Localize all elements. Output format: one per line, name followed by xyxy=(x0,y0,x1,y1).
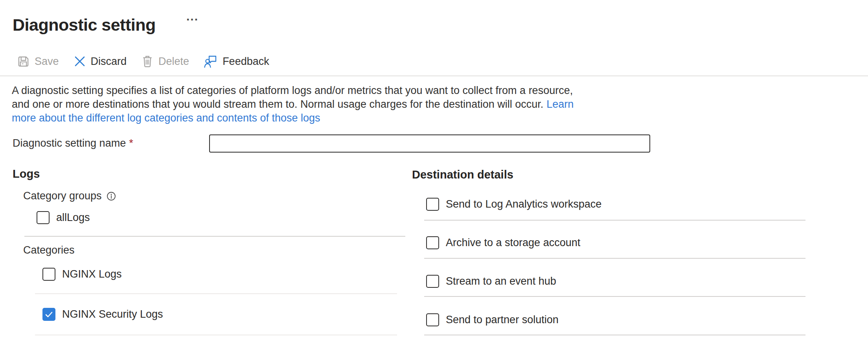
nginx-logs-checkbox[interactable] xyxy=(42,268,55,281)
checkmark-icon xyxy=(44,309,54,319)
command-bar: Save Discard Delete xyxy=(17,53,269,70)
alllogs-label[interactable]: allLogs xyxy=(56,212,90,224)
trash-can-icon xyxy=(142,55,153,68)
nginx-logs-label[interactable]: NGINX Logs xyxy=(62,268,122,280)
list-item: Stream to an event hub xyxy=(426,275,556,288)
destination-details-heading: Destination details xyxy=(412,168,513,181)
alllogs-checkbox[interactable] xyxy=(37,211,50,224)
diagnostic-setting-name-input[interactable] xyxy=(209,134,650,153)
diagnostic-setting-page: Diagnostic setting ... Save Discard xyxy=(0,0,868,357)
save-icon xyxy=(17,55,29,68)
stream-to-event-hub-checkbox[interactable] xyxy=(426,275,439,288)
list-item: Send to partner solution xyxy=(426,313,559,326)
send-to-log-analytics-label[interactable]: Send to Log Analytics workspace xyxy=(446,198,601,210)
feedback-label: Feedback xyxy=(223,55,269,68)
row-divider xyxy=(424,296,805,297)
row-divider xyxy=(424,258,805,259)
send-to-partner-solution-checkbox[interactable] xyxy=(426,313,439,326)
save-button[interactable]: Save xyxy=(17,55,59,68)
list-item: Archive to a storage account xyxy=(426,236,580,249)
toolbar-divider xyxy=(0,75,868,76)
list-item: allLogs xyxy=(37,211,90,224)
description-line-1: A diagnostic setting specifies a list of… xyxy=(12,84,574,98)
required-asterisk: * xyxy=(129,137,133,149)
row-divider xyxy=(424,220,805,221)
discard-label: Discard xyxy=(91,55,127,68)
row-divider xyxy=(35,335,397,335)
delete-label: Delete xyxy=(158,55,189,68)
list-item: NGINX Security Logs xyxy=(42,308,163,321)
categories-label: Categories xyxy=(23,244,75,256)
archive-to-storage-label[interactable]: Archive to a storage account xyxy=(446,237,580,249)
nginx-security-logs-checkbox[interactable] xyxy=(42,308,55,321)
save-label: Save xyxy=(35,55,59,68)
page-title: Diagnostic setting xyxy=(13,15,156,35)
send-to-partner-solution-label[interactable]: Send to partner solution xyxy=(446,314,559,326)
description-line-2: and one or more destinations that you wo… xyxy=(12,98,574,111)
learn-more-link[interactable]: more about the different log categories … xyxy=(12,112,320,124)
description-line-3: more about the different log categories … xyxy=(12,111,574,125)
page-description: A diagnostic setting specifies a list of… xyxy=(12,84,574,125)
more-options-button[interactable]: ... xyxy=(184,9,201,24)
discard-button[interactable]: Discard xyxy=(74,55,127,68)
info-icon[interactable] xyxy=(107,191,116,201)
stream-to-event-hub-label[interactable]: Stream to an event hub xyxy=(446,275,556,287)
list-item: Send to Log Analytics workspace xyxy=(426,198,601,211)
category-groups-row: Category groups xyxy=(23,190,116,202)
nginx-security-logs-label[interactable]: NGINX Security Logs xyxy=(62,308,163,320)
feedback-button[interactable]: Feedback xyxy=(204,55,269,68)
list-item: NGINX Logs xyxy=(42,268,122,281)
row-divider xyxy=(35,293,397,294)
logs-section-heading: Logs xyxy=(13,167,40,180)
name-field-label: Diagnostic setting name* xyxy=(13,137,133,149)
learn-more-link[interactable]: Learn xyxy=(546,98,574,110)
x-mark-icon xyxy=(74,55,86,67)
section-divider xyxy=(24,236,405,237)
person-chat-icon xyxy=(204,55,217,68)
row-divider xyxy=(424,335,805,335)
send-to-log-analytics-checkbox[interactable] xyxy=(426,198,439,211)
category-groups-label: Category groups xyxy=(23,190,102,202)
archive-to-storage-checkbox[interactable] xyxy=(426,236,439,249)
delete-button[interactable]: Delete xyxy=(142,55,189,68)
